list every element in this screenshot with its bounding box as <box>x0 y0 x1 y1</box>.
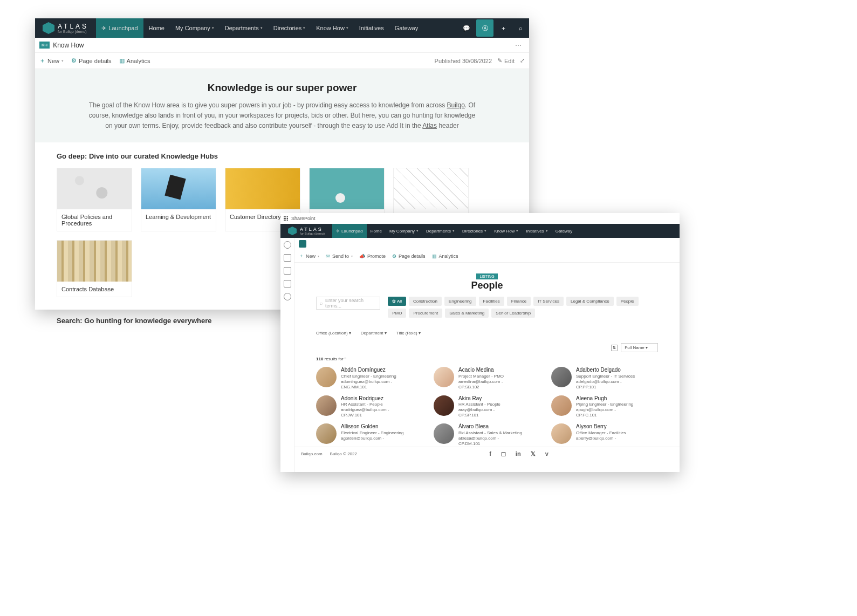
person-card[interactable]: Akira RayHR Assistant - Peoplearay@builq… <box>434 395 540 419</box>
hubs-title: Go deep: Dive into our curated Knowledge… <box>57 152 508 160</box>
filter-pill[interactable]: Legal & Compliance <box>566 297 614 306</box>
linkedin-icon[interactable]: in <box>516 450 521 457</box>
filter-pill[interactable]: PMO <box>388 309 406 318</box>
person-card[interactable]: Alyson BerryOffice Manager - Facilitiesa… <box>551 423 658 447</box>
atlas-logo[interactable]: ATLAS for Builqo (demo) <box>280 227 332 235</box>
nav-initiatives[interactable]: Initiatives▾ <box>522 224 551 238</box>
people-listing-window: SharePoint ATLAS for Builqo (demo) ✈ Lau… <box>280 213 680 472</box>
person-card[interactable]: Adalberto DelgadoSupport Engineer - IT S… <box>551 367 658 390</box>
megaphone-icon: 📣 <box>359 254 365 259</box>
filter-pill[interactable]: Engineering <box>444 297 476 306</box>
nav-directories[interactable]: Directories▾ <box>458 224 490 238</box>
person-card[interactable]: Adonis RodriguezHR Assistant - Peoplearo… <box>316 395 423 419</box>
new-button[interactable]: ＋New ▾ <box>39 57 64 65</box>
nav-mycompany[interactable]: My Company▾ <box>386 224 422 238</box>
chip-icon[interactable] <box>299 240 306 248</box>
sort-direction-icon[interactable]: ⇅ <box>611 345 618 351</box>
listing-title: People <box>294 280 680 291</box>
rail-globe-icon[interactable] <box>284 241 291 249</box>
atlas-logo[interactable]: ATLAS for Builqo (demo) <box>35 22 96 34</box>
filter-pill[interactable]: Sales & Marketing <box>445 309 489 318</box>
account-icon[interactable]: Ⓐ <box>476 19 493 37</box>
nav-mycompany[interactable]: My Company▾ <box>170 18 220 38</box>
filter-pill[interactable]: Senior Leadership <box>491 309 535 318</box>
nav-departments[interactable]: Departments▾ <box>422 224 458 238</box>
person-card[interactable]: Aleena PughPiping Engineer - Engineering… <box>551 395 658 419</box>
logo-cube-icon <box>43 22 54 34</box>
breadcrumb[interactable]: Know How <box>53 42 84 49</box>
twitter-icon[interactable]: 𝕏 <box>531 450 536 457</box>
search-input[interactable]: ⌕ Enter your search terms... <box>316 297 380 310</box>
hub-card[interactable]: Contracts Database <box>57 240 132 297</box>
chevron-down-icon: ▾ <box>61 59 64 63</box>
person-card[interactable]: Acacio MedinaProject Manager - PMOamedin… <box>434 367 540 390</box>
chevron-down-icon: ▾ <box>516 229 518 233</box>
instagram-icon[interactable]: ◻ <box>501 450 506 457</box>
avatar <box>551 367 572 387</box>
edit-button[interactable]: ✎Edit <box>497 57 515 64</box>
side-rail <box>280 238 294 472</box>
person-card[interactable]: Álvaro BlesaBid Assistant - Sales & Mark… <box>434 423 540 447</box>
avatar <box>434 367 454 387</box>
nav-launchpad[interactable]: ✈ Launchpad <box>96 18 143 38</box>
nav-knowhow[interactable]: Know How▾ <box>311 18 354 38</box>
atlas-link[interactable]: Atlas <box>422 122 437 129</box>
nav-home[interactable]: Home <box>143 18 170 38</box>
page-details-button[interactable]: ⚙Page details <box>71 57 112 64</box>
office-filter[interactable]: Office (Location) ▾ <box>316 331 351 336</box>
hub-card[interactable]: Global Policies and Procedures <box>57 168 132 231</box>
vimeo-icon[interactable]: v <box>545 450 549 457</box>
facebook-icon[interactable]: f <box>489 450 491 457</box>
app-launcher-icon[interactable] <box>284 216 288 221</box>
nav-home[interactable]: Home <box>367 224 386 238</box>
hub-card[interactable]: Learning & Development <box>141 168 216 231</box>
nav-gateway[interactable]: Gateway <box>552 224 577 238</box>
filter-all[interactable]: ✿ All <box>388 297 406 306</box>
gear-icon: ⚙ <box>71 57 77 64</box>
new-button[interactable]: ＋New ▾ <box>299 252 319 259</box>
rail-add-icon[interactable] <box>284 293 291 300</box>
filter-pill[interactable]: Facilities <box>479 297 504 306</box>
dropdown-filters: Office (Location) ▾ Department ▾ Title (… <box>294 324 680 340</box>
department-filter[interactable]: Department ▾ <box>361 331 387 336</box>
promote-button[interactable]: 📣Promote <box>359 254 386 259</box>
chat-icon[interactable]: 💬 <box>458 19 475 37</box>
filter-pill[interactable]: IT Services <box>533 297 564 306</box>
expand-icon[interactable]: ⤢ <box>520 57 525 64</box>
rail-library-icon[interactable] <box>284 267 291 275</box>
person-card[interactable]: Allisson GoldenElectrical Engineer - Eng… <box>316 423 423 447</box>
pencil-icon: ✎ <box>497 57 502 64</box>
rail-recycle-icon[interactable] <box>284 280 291 288</box>
analytics-button[interactable]: ▥Analytics <box>119 57 150 64</box>
sharepoint-label[interactable]: SharePoint <box>291 216 316 221</box>
top-nav-2: ATLAS for Builqo (demo) ✈ Launchpad Home… <box>280 224 680 238</box>
breadcrumb-bar: KH Know How ⋯ <box>35 38 529 53</box>
page-details-button[interactable]: ⚙Page details <box>392 254 426 259</box>
footer-site-link[interactable]: Builqo.com <box>301 451 323 456</box>
add-icon[interactable]: ＋ <box>495 19 512 37</box>
nav-knowhow[interactable]: Know How▾ <box>490 224 522 238</box>
analytics-button[interactable]: ▥Analytics <box>432 254 458 259</box>
rail-doc-icon[interactable] <box>284 254 291 262</box>
nav-directories[interactable]: Directories▾ <box>268 18 311 38</box>
filter-pill[interactable]: Procurement <box>409 309 442 318</box>
filter-pill[interactable]: Finance <box>507 297 531 306</box>
send-to-button[interactable]: ✉Send to ▾ <box>326 254 353 259</box>
title-filter[interactable]: Title (Role) ▾ <box>396 331 421 336</box>
filter-pill[interactable]: Construction <box>409 297 442 306</box>
crumb-badge: KH <box>39 42 50 49</box>
hub-image <box>394 168 468 209</box>
chart-icon: ▥ <box>432 254 437 259</box>
filter-pill[interactable]: People <box>616 297 639 306</box>
person-card[interactable]: Abdón DomínguezChief Engineer - Engineer… <box>316 367 423 390</box>
more-dots-icon[interactable]: ⋯ <box>512 42 525 49</box>
nav-departments[interactable]: Departments▾ <box>220 18 268 38</box>
nav-initiatives[interactable]: Initiatives <box>354 18 389 38</box>
nav-gateway[interactable]: Gateway <box>389 18 423 38</box>
search-icon[interactable]: ⌕ <box>512 19 529 37</box>
sort-field-dropdown[interactable]: Full Name ▾ <box>621 343 658 352</box>
people-grid: Abdón DomínguezChief Engineer - Engineer… <box>294 364 680 447</box>
builqo-link[interactable]: Builqo <box>447 101 464 109</box>
nav-launchpad[interactable]: ✈ Launchpad <box>332 224 367 238</box>
avatar <box>434 423 454 444</box>
